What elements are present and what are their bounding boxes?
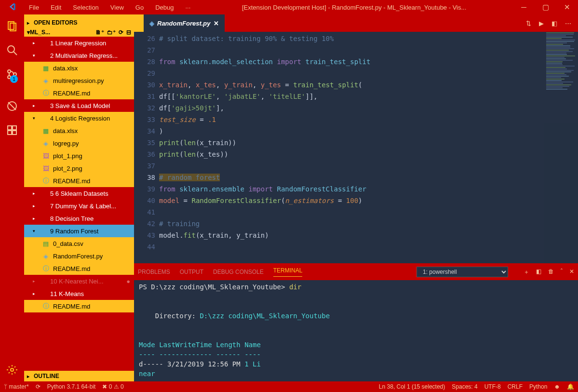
- menu-view[interactable]: View: [106, 2, 129, 13]
- open-editors-section[interactable]: ▸OPEN EDITORS: [24, 17, 134, 28]
- svg-point-13: [11, 368, 13, 371]
- file-data-xlsx[interactable]: ▦data.xlsx: [24, 124, 134, 137]
- py-icon: ◈: [41, 253, 50, 260]
- cursor-position[interactable]: Ln 38, Col 1 (15 selected): [379, 383, 445, 390]
- py-icon: ◈: [41, 140, 50, 147]
- minimap[interactable]: [544, 32, 578, 263]
- folder-7-dummy-var-label-[interactable]: ▸7 Dummy Var & Label...: [24, 200, 134, 212]
- folder-10-k-nearest-nei-[interactable]: ▸10 K-Nearest Nei...●: [24, 275, 134, 287]
- file-multiregression-py[interactable]: ◈multiregression.py: [24, 74, 134, 87]
- encoding-status[interactable]: UTF-8: [484, 383, 501, 390]
- indent-status[interactable]: Spaces: 4: [452, 383, 477, 390]
- kill-terminal-icon[interactable]: 🗑: [548, 268, 554, 276]
- split-terminal-icon[interactable]: ◧: [536, 268, 541, 276]
- file-plot_1-png[interactable]: 🖼plot_1.png: [24, 149, 134, 162]
- new-file-icon[interactable]: 🗎⁺: [95, 29, 104, 36]
- editor-area: ◈ RandomForest.py ✕ ⇅ ▶ ◧ ⋯ 262728293031…: [134, 14, 578, 381]
- scm-icon[interactable]: 1: [5, 68, 19, 89]
- folder-5-6-sklearn-datasets[interactable]: ▸5 6 Sklearn Datasets: [24, 187, 134, 200]
- terminal-select[interactable]: 1: powershell: [417, 267, 508, 277]
- file-readme-md[interactable]: ⓘREADME.md: [24, 300, 134, 312]
- run-icon[interactable]: ▶: [539, 20, 544, 27]
- vscode-icon: [0, 2, 24, 13]
- svg-line-8: [8, 102, 16, 110]
- editor-tab[interactable]: ◈ RandomForest.py ✕: [144, 14, 225, 32]
- explorer-sidebar: ▸OPEN EDITORS ▾ML_S... 🗎⁺ 🗀⁺ ⟳ ⊟ ▸1 Line…: [24, 14, 134, 381]
- project-header[interactable]: ▾ML_S... 🗎⁺ 🗀⁺ ⟳ ⊟: [24, 28, 134, 37]
- tab-close-icon[interactable]: ✕: [214, 20, 219, 27]
- extensions-icon[interactable]: [5, 123, 19, 137]
- folder-11-k-means[interactable]: ▸11 K-Means: [24, 287, 134, 300]
- refresh-icon[interactable]: ⟳: [119, 29, 123, 36]
- status-bar: ᛘ master* ⟳ Python 3.7.1 64-bit ✖ 0 ⚠ 0 …: [0, 381, 578, 392]
- file-0_data-csv[interactable]: ▤0_data.csv: [24, 237, 134, 250]
- bottom-panel: PROBLEMS OUTPUT DEBUG CONSOLE TERMINAL 1…: [134, 263, 578, 381]
- tab-bar: ◈ RandomForest.py ✕ ⇅ ▶ ◧ ⋯: [134, 14, 578, 32]
- more-icon[interactable]: ⋯: [565, 20, 571, 27]
- svg-line-3: [13, 52, 17, 55]
- folder-9-random-forest[interactable]: ▾9 Random Forest: [24, 225, 134, 237]
- compare-icon[interactable]: ⇅: [526, 20, 531, 27]
- menu-edit[interactable]: Edit: [46, 2, 66, 13]
- scm-badge: 1: [10, 75, 18, 83]
- md-icon: ⓘ: [41, 89, 50, 97]
- img-icon: 🖼: [41, 152, 50, 160]
- code-editor[interactable]: 26272829303132333435363738394041424344 #…: [134, 32, 578, 263]
- minimize-button[interactable]: ─: [513, 3, 535, 12]
- panel-tab-debug[interactable]: DEBUG CONSOLE: [213, 269, 264, 275]
- problems-status[interactable]: ✖ 0 ⚠ 0: [102, 383, 123, 390]
- panel-close-icon[interactable]: ✕: [569, 268, 574, 276]
- folder-3-save-load-model[interactable]: ▸3 Save & Load Model: [24, 99, 134, 112]
- panel-up-icon[interactable]: ˆ: [561, 268, 563, 276]
- file-readme-md[interactable]: ⓘREADME.md: [24, 87, 134, 99]
- svg-point-2: [8, 46, 14, 53]
- language-status[interactable]: Python: [529, 383, 547, 390]
- menu-file[interactable]: File: [24, 2, 44, 13]
- svg-rect-12: [13, 131, 16, 135]
- search-icon[interactable]: [5, 43, 19, 57]
- sync-icon[interactable]: ⟳: [36, 383, 40, 390]
- img-icon: 🖼: [41, 165, 50, 172]
- md-icon: ⓘ: [41, 264, 50, 273]
- explorer-icon[interactable]: [5, 19, 19, 33]
- file-logreg-py[interactable]: ◈logreg.py: [24, 137, 134, 149]
- menu-debug[interactable]: Debug: [150, 2, 178, 13]
- file-data-xlsx[interactable]: ▦data.xlsx: [24, 62, 134, 74]
- csv-icon: ▤: [41, 240, 50, 247]
- folder-4-logistic-regression[interactable]: ▾4 Logistic Regression: [24, 112, 134, 124]
- collapse-icon[interactable]: ⊟: [126, 29, 131, 36]
- title-bar: File Edit Selection View Go Debug ··· [E…: [0, 0, 578, 14]
- bell-icon[interactable]: 🔔: [567, 383, 574, 390]
- svg-rect-10: [13, 126, 16, 130]
- panel-tab-terminal[interactable]: TERMINAL: [273, 267, 303, 277]
- folder-8-decision-tree[interactable]: ▸8 Decision Tree: [24, 212, 134, 225]
- menu-go[interactable]: Go: [131, 2, 148, 13]
- outline-section[interactable]: ▸OUTLINE: [24, 371, 134, 381]
- close-button[interactable]: ✕: [556, 3, 578, 12]
- svg-rect-9: [8, 126, 12, 130]
- file-readme-md[interactable]: ⓘREADME.md: [24, 175, 134, 187]
- maximize-button[interactable]: ▢: [535, 3, 556, 12]
- file-plot_2-png[interactable]: 🖼plot_2.png: [24, 162, 134, 175]
- file-randomforest-py[interactable]: ◈RandomForest.py: [24, 250, 134, 262]
- split-icon[interactable]: ◧: [551, 20, 557, 27]
- new-folder-icon[interactable]: 🗀⁺: [107, 29, 116, 36]
- eol-status[interactable]: CRLF: [508, 383, 523, 390]
- file-readme-md[interactable]: ⓘREADME.md: [24, 262, 134, 275]
- md-icon: ⓘ: [41, 302, 50, 311]
- menu-more[interactable]: ···: [180, 2, 195, 13]
- git-branch[interactable]: ᛘ master*: [4, 383, 29, 390]
- menu-selection[interactable]: Selection: [68, 2, 103, 13]
- panel-tab-problems[interactable]: PROBLEMS: [138, 269, 170, 275]
- settings-icon[interactable]: [5, 363, 19, 377]
- panel-tab-output[interactable]: OUTPUT: [180, 269, 203, 275]
- activity-bar: 1: [0, 14, 24, 381]
- folder-2-multivariate-regress-[interactable]: ▾2 Multivariate Regress...: [24, 49, 134, 62]
- terminal[interactable]: PS D:\zzz coding\ML_Sklearn_Youtube> dir…: [134, 280, 578, 381]
- debug-icon[interactable]: [5, 99, 19, 113]
- folder-1-linear-regression[interactable]: ▸1 Linear Regression: [24, 37, 134, 49]
- feedback-icon[interactable]: ☻: [554, 383, 560, 390]
- svg-point-4: [8, 70, 11, 73]
- new-terminal-icon[interactable]: ＋: [524, 268, 529, 276]
- python-interpreter[interactable]: Python 3.7.1 64-bit: [47, 383, 96, 390]
